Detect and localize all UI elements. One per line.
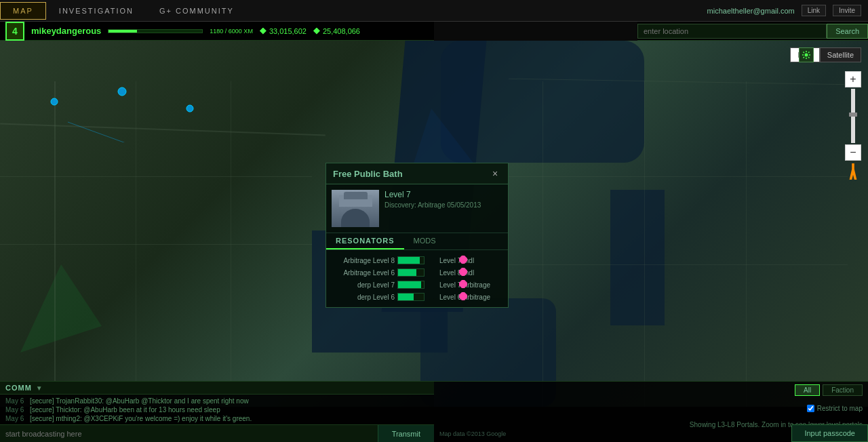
transmit-button[interactable]: Transmit bbox=[378, 425, 434, 443]
nav-right-area: michaeltheller@gmail.com Link Invite bbox=[707, 5, 868, 16]
top-navigation: MAP INVESTIGATION G+ COMMUNITY michaelth… bbox=[0, 0, 868, 22]
level-badge: 4 bbox=[5, 22, 24, 41]
map-container[interactable]: Map Satellite + − Free Public Bath × bbox=[0, 41, 868, 407]
res-bar-2 bbox=[397, 268, 425, 277]
svg-point-76 bbox=[805, 54, 808, 57]
restrict-map-checkbox[interactable] bbox=[807, 405, 814, 412]
res-bar-4 bbox=[397, 293, 425, 301]
zoom-thumb bbox=[849, 113, 857, 117]
user-email: michaeltheller@gmail.com bbox=[707, 7, 795, 15]
filter-all-button[interactable]: All bbox=[795, 384, 820, 396]
res-left-name-3: derp Level 7 bbox=[332, 281, 395, 289]
tab-resonators[interactable]: RESONATORS bbox=[326, 233, 404, 249]
res-octagon-4 bbox=[459, 292, 467, 302]
thumbnail-arch bbox=[341, 209, 370, 228]
portal-info: Level 7 Discovery: Arbitrage 05/05/2013 bbox=[384, 190, 502, 227]
gear-icon bbox=[802, 50, 811, 60]
filter-tabs: All Faction bbox=[439, 384, 863, 396]
thumbnail-building bbox=[332, 190, 379, 227]
comm-label: COMM bbox=[5, 384, 32, 392]
res-octagon-1 bbox=[459, 256, 467, 265]
ap-icon bbox=[260, 28, 267, 35]
satellite-button[interactable]: Satellite bbox=[820, 47, 861, 62]
xp-bar-fill bbox=[108, 30, 136, 33]
res-octagon-3 bbox=[459, 280, 467, 289]
resonator-row: Arbitrage Level 8 Level 7 mdl bbox=[326, 254, 508, 266]
comm-bar: COMM ▼ May 6 [secure] TrojanRabbit30: @A… bbox=[0, 381, 434, 442]
road-6 bbox=[231, 81, 231, 407]
road-2 bbox=[0, 176, 312, 177]
svg-marker-77 bbox=[459, 256, 467, 264]
road-4 bbox=[54, 81, 56, 407]
resonator-row: derp Level 6 Level 6 Arbitrage bbox=[326, 291, 508, 303]
nav-tab-investigation[interactable]: INVESTIGATION bbox=[46, 2, 146, 20]
resonator-body: Arbitrage Level 8 Level 7 mdl Arbitrage … bbox=[326, 250, 508, 307]
portal-level: Level 7 bbox=[384, 190, 502, 199]
portal-title: Free Public Bath bbox=[333, 169, 403, 179]
comm-message-1: May 6 [secure] TrojanRabbit30: @AbuHarb … bbox=[5, 397, 429, 405]
portal-image-area: Level 7 Discovery: Arbitrage 05/05/2013 bbox=[326, 184, 508, 233]
search-button[interactable]: Search bbox=[827, 24, 868, 39]
stat-ap: 33,015,602 bbox=[260, 27, 307, 35]
comm-chevron-icon: ▼ bbox=[36, 384, 43, 392]
res-fill-3 bbox=[398, 281, 421, 288]
link-button[interactable]: Link bbox=[802, 5, 826, 16]
comm-input-row: Transmit bbox=[0, 424, 434, 442]
svg-marker-78 bbox=[459, 268, 467, 276]
res-bar-1 bbox=[397, 256, 425, 264]
msg-date-2: May 6 bbox=[5, 406, 24, 414]
xp-text: 1180 / 6000 XM bbox=[210, 28, 253, 35]
invite-button[interactable]: Invite bbox=[833, 5, 861, 16]
res-left-name-1: Arbitrage Level 8 bbox=[332, 257, 395, 264]
zoom-controls: + − bbox=[845, 71, 861, 180]
player-bar: 4 mikeydangerous 1180 / 6000 XM 33,015,6… bbox=[0, 22, 434, 41]
map-settings-button[interactable] bbox=[799, 47, 814, 62]
svg-marker-80 bbox=[459, 292, 467, 300]
road-12 bbox=[746, 81, 747, 407]
filter-faction-button[interactable]: Faction bbox=[823, 384, 863, 396]
nav-tab-community[interactable]: G+ COMMUNITY bbox=[146, 2, 247, 20]
player-name: mikeydangerous bbox=[31, 26, 101, 36]
pegman-icon[interactable] bbox=[847, 163, 859, 180]
resonator-row: derp Level 7 Level 7 Arbitrage bbox=[326, 279, 508, 291]
portal-close-button[interactable]: × bbox=[489, 167, 501, 180]
comm-input[interactable] bbox=[0, 425, 378, 443]
comm-message-2: May 6 [secure] Thicktor: @AbuHarb been a… bbox=[5, 405, 429, 414]
road-9 bbox=[509, 264, 848, 265]
restrict-map-label: Restrict to map bbox=[817, 405, 863, 412]
zoom-out-button[interactable]: − bbox=[845, 144, 861, 161]
msg-date-1: May 6 bbox=[5, 397, 24, 405]
portal-discovery: Discovery: Arbitrage 05/05/2013 bbox=[384, 201, 502, 209]
road-5 bbox=[136, 81, 136, 407]
nav-tab-map[interactable]: MAP bbox=[0, 2, 46, 20]
svg-marker-79 bbox=[459, 280, 467, 288]
road-10 bbox=[542, 81, 543, 407]
msg-text-3: [secure] mthing2: @X3CEPKiF you're welco… bbox=[30, 415, 252, 422]
res-bar-3 bbox=[397, 281, 425, 289]
location-input[interactable] bbox=[637, 24, 827, 39]
res-left-name-2: Arbitrage Level 6 bbox=[332, 269, 395, 277]
comm-message-3: May 6 [secure] mthing2: @X3CEPKiF you're… bbox=[5, 414, 429, 423]
portal-panel-header: Free Public Bath × bbox=[326, 163, 508, 184]
zoom-in-button[interactable]: + bbox=[845, 71, 861, 87]
tab-mods[interactable]: MODS bbox=[404, 233, 446, 249]
resonator-tabs: RESONATORS MODS bbox=[326, 233, 508, 250]
road-11 bbox=[644, 81, 645, 407]
road-8 bbox=[509, 176, 848, 177]
comm-messages: May 6 [secure] TrojanRabbit30: @AbuHarb … bbox=[0, 395, 434, 425]
water-east-river bbox=[610, 190, 665, 325]
comm-header: COMM ▼ bbox=[0, 382, 434, 395]
msg-text-2: [secure] Thicktor: @AbuHarb been at it f… bbox=[30, 406, 220, 414]
bottom-right-panel: All Faction Restrict to map Showing L3-L… bbox=[434, 381, 868, 442]
portal-panel: Free Public Bath × Level 7 Discovery: Ar… bbox=[326, 163, 509, 308]
search-bar: Search bbox=[637, 22, 868, 41]
zoom-slider[interactable] bbox=[851, 89, 855, 143]
stat-xm: 25,408,066 bbox=[313, 27, 360, 35]
xm-icon bbox=[313, 28, 320, 35]
resonator-row: Arbitrage Level 6 Level 8 mdl bbox=[326, 266, 508, 279]
res-fill-4 bbox=[398, 294, 414, 300]
map-attribution: Map data ©2013 Google bbox=[439, 430, 506, 437]
msg-date-3: May 6 bbox=[5, 415, 24, 422]
portal-thumbnail bbox=[332, 190, 379, 227]
input-passcode-button[interactable]: Input passcode bbox=[791, 424, 868, 442]
